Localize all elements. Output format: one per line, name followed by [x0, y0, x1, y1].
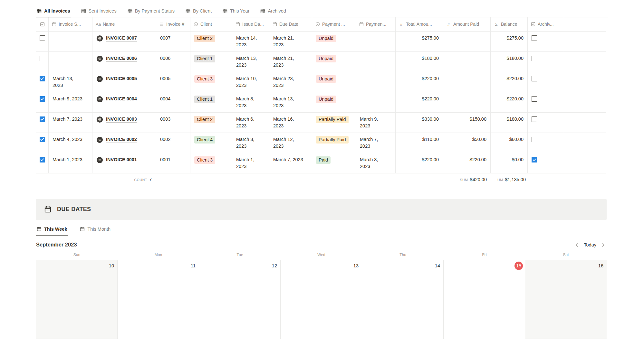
invoice-title-link[interactable]: INVOICE 0004: [106, 96, 137, 102]
archived-checkbox[interactable]: [532, 96, 537, 102]
calendar-day-cell[interactable]: 13: [281, 260, 362, 339]
cell-name[interactable]: INVOICE 0004: [92, 92, 156, 112]
cell-amount-paid[interactable]: [443, 72, 491, 92]
cell-payment-status[interactable]: Partially Paid: [312, 133, 356, 153]
cell-invoice-sent[interactable]: March 4, 2023: [49, 133, 92, 153]
row-checkbox[interactable]: [40, 56, 45, 61]
column-header-payment-status[interactable]: Payment ...: [312, 17, 356, 31]
cell-due-date[interactable]: March 13, 2023: [269, 92, 312, 112]
cell-payment-date[interactable]: March 3, 2023: [356, 153, 396, 173]
column-header-archived[interactable]: Archiv...: [528, 17, 564, 31]
cell-issue-date[interactable]: March 13, 2023: [232, 52, 269, 72]
cell-name[interactable]: INVOICE 0003: [92, 113, 156, 133]
invoice-title-link[interactable]: INVOICE 0007: [106, 35, 137, 42]
cell-amount-paid[interactable]: [443, 32, 491, 51]
cell-balance[interactable]: $180.00: [491, 52, 528, 72]
cell-payment-status[interactable]: Unpaid: [312, 32, 356, 51]
count-aggregate[interactable]: COUNT7: [92, 177, 152, 182]
cell-balance[interactable]: $60.00: [491, 133, 528, 153]
calendar-day-cell[interactable]: 10: [36, 260, 118, 339]
cell-due-date[interactable]: March 21, 2023: [269, 52, 312, 72]
cell-client[interactable]: Client 3: [190, 153, 232, 173]
cell-payment-date[interactable]: [356, 32, 396, 51]
column-header-due-date[interactable]: Due Date: [269, 17, 312, 31]
cell-payment-status[interactable]: Unpaid: [312, 72, 356, 92]
archived-checkbox[interactable]: [532, 157, 537, 162]
cell-total-amount[interactable]: $110.00: [396, 133, 443, 153]
archived-checkbox[interactable]: [532, 137, 537, 142]
cell-payment-date[interactable]: [356, 92, 396, 112]
cell-invoice-sent[interactable]: March 7, 2023: [49, 113, 92, 133]
column-header-payment-date[interactable]: Paymen...: [356, 17, 396, 31]
cell-payment-status[interactable]: Unpaid: [312, 52, 356, 72]
tab-this-year[interactable]: This Year: [222, 6, 250, 17]
cell-due-date[interactable]: March 21, 2023: [269, 32, 312, 51]
sum-balance-aggregate[interactable]: UM$1,135.00: [491, 177, 526, 182]
cell-issue-date[interactable]: March 10, 2023: [232, 72, 269, 92]
cell-total-amount[interactable]: $330.00: [396, 113, 443, 133]
cell-client[interactable]: Client 1: [190, 92, 232, 112]
column-header-client[interactable]: Client: [190, 17, 232, 31]
cell-issue-date[interactable]: March 14, 2023: [232, 32, 269, 51]
cell-client[interactable]: Client 3: [190, 72, 232, 92]
archived-checkbox[interactable]: [532, 76, 537, 81]
cell-invoice-sent[interactable]: [49, 52, 92, 72]
cell-invoice-number[interactable]: 0002: [156, 133, 190, 153]
cell-amount-paid[interactable]: [443, 52, 491, 72]
cell-balance[interactable]: $220.00: [491, 92, 528, 112]
column-header-balance[interactable]: Σ Balance: [491, 17, 528, 31]
chevron-right-icon[interactable]: [602, 243, 605, 247]
tab-this-week[interactable]: This Week: [36, 224, 68, 236]
invoice-title-link[interactable]: INVOICE 0001: [106, 157, 137, 163]
cell-issue-date[interactable]: March 3, 2023: [232, 133, 269, 153]
archived-checkbox[interactable]: [532, 56, 537, 61]
cell-due-date[interactable]: March 7, 2023: [269, 153, 312, 173]
cell-amount-paid[interactable]: $220.00: [443, 153, 491, 173]
cell-invoice-sent[interactable]: March 1, 2023: [49, 153, 92, 173]
cell-balance[interactable]: $220.00: [491, 72, 528, 92]
calendar-day-cell[interactable]: 15: [444, 260, 525, 339]
column-header-name[interactable]: Aa Name: [92, 17, 156, 31]
column-header-issue-date[interactable]: Issue Da...: [232, 17, 269, 31]
cell-amount-paid[interactable]: [443, 92, 491, 112]
cell-payment-status[interactable]: Paid: [312, 153, 356, 173]
cell-invoice-number[interactable]: 0001: [156, 153, 190, 173]
cell-payment-date[interactable]: [356, 72, 396, 92]
cell-invoice-sent[interactable]: March 9, 2023: [49, 92, 92, 112]
cell-issue-date[interactable]: March 8, 2023: [232, 92, 269, 112]
cell-invoice-number[interactable]: 0003: [156, 113, 190, 133]
cell-client[interactable]: Client 4: [190, 133, 232, 153]
cell-balance[interactable]: $180.00: [491, 113, 528, 133]
invoice-title-link[interactable]: INVOICE 0002: [106, 136, 137, 143]
cell-due-date[interactable]: March 23, 2023: [269, 72, 312, 92]
cell-client[interactable]: Client 1: [190, 52, 232, 72]
cell-invoice-number[interactable]: 0004: [156, 92, 190, 112]
cell-due-date[interactable]: March 12, 2023: [269, 133, 312, 153]
cell-payment-date[interactable]: [356, 52, 396, 72]
cell-amount-paid[interactable]: $50.00: [443, 133, 491, 153]
sum-amount-paid-aggregate[interactable]: SUM$420.00: [443, 177, 487, 182]
cell-name[interactable]: INVOICE 0002: [92, 133, 156, 153]
cell-client[interactable]: Client 2: [190, 32, 232, 51]
cell-payment-status[interactable]: Partially Paid: [312, 113, 356, 133]
tab-this-month[interactable]: This Month: [79, 224, 111, 235]
column-header-invoice-sent[interactable]: Invoice S...: [49, 17, 92, 31]
cell-payment-date[interactable]: March 9, 2023: [356, 113, 396, 133]
cell-name[interactable]: INVOICE 0006: [92, 52, 156, 72]
tab-archived[interactable]: Archived: [260, 6, 286, 17]
cell-name[interactable]: INVOICE 0007: [92, 32, 156, 51]
cell-issue-date[interactable]: March 1, 2023: [232, 153, 269, 173]
cell-client[interactable]: Client 2: [190, 113, 232, 133]
cell-issue-date[interactable]: March 6, 2023: [232, 113, 269, 133]
cell-total-amount[interactable]: $275.00: [396, 32, 443, 51]
invoice-title-link[interactable]: INVOICE 0003: [106, 116, 137, 123]
tab-all-invoices[interactable]: All Invoices: [36, 6, 71, 17]
row-checkbox[interactable]: [40, 76, 45, 81]
calendar-day-cell[interactable]: 11: [118, 260, 199, 339]
cell-due-date[interactable]: March 16, 2023: [269, 113, 312, 133]
cell-name[interactable]: INVOICE 0005: [92, 72, 156, 92]
column-header-total-amount[interactable]: # Total Amou...: [396, 17, 443, 31]
calendar-day-cell[interactable]: 12: [199, 260, 281, 339]
cell-balance[interactable]: $275.00: [491, 32, 528, 51]
cell-total-amount[interactable]: $220.00: [396, 153, 443, 173]
